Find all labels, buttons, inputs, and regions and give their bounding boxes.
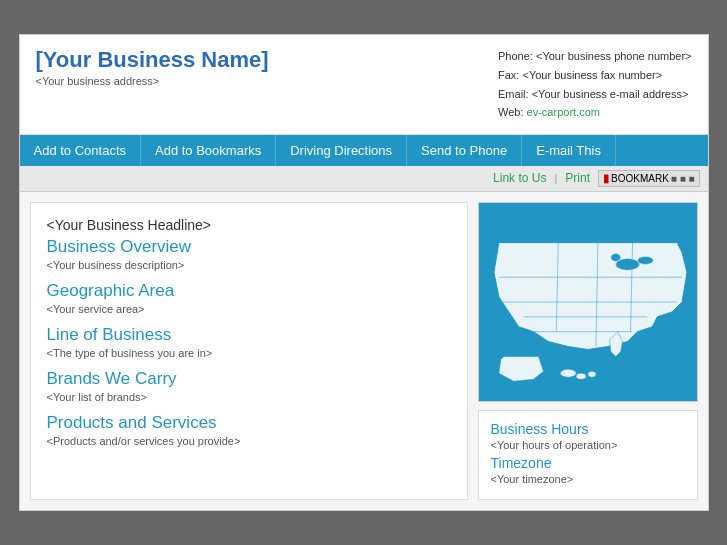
business-headline: <Your Business Headline> — [47, 217, 451, 233]
section-title-geo: Geographic Area — [47, 281, 451, 301]
bookmark-label: BOOKMARK — [611, 173, 669, 184]
bookmark-icons: ■ ■ ■ — [671, 173, 695, 184]
us-map — [478, 202, 698, 402]
business-hours-title: Business Hours — [491, 421, 685, 437]
business-address: <Your business address> — [36, 75, 269, 87]
section-desc-products: <Products and/or services you provide> — [47, 435, 451, 447]
link-to-us[interactable]: Link to Us — [493, 171, 546, 185]
section-title-products: Products and Services — [47, 413, 451, 433]
svg-point-13 — [610, 253, 620, 261]
fax-line: Fax: <Your business fax number> — [498, 66, 691, 85]
util-separator: | — [554, 172, 557, 184]
email-line: Email: <Your business e-mail address> — [498, 85, 691, 104]
svg-point-8 — [560, 369, 576, 377]
svg-point-10 — [588, 371, 596, 377]
main-content: <Your Business Headline> Business Overvi… — [20, 192, 708, 510]
section-desc-overview: <Your business description> — [47, 259, 451, 271]
svg-point-12 — [637, 256, 653, 264]
section-desc-brands: <Your list of brands> — [47, 391, 451, 403]
section-title-brands: Brands We Carry — [47, 369, 451, 389]
nav-driving-directions[interactable]: Driving Directions — [276, 135, 407, 166]
header-left: [Your Business Name] <Your business addr… — [36, 47, 269, 87]
business-hours-box: Business Hours <Your hours of operation>… — [478, 410, 698, 500]
business-name: [Your Business Name] — [36, 47, 269, 73]
print-link[interactable]: Print — [565, 171, 590, 185]
section-desc-lob: <The type of business you are in> — [47, 347, 451, 359]
map-svg — [479, 203, 697, 401]
nav-add-bookmarks[interactable]: Add to Bookmarks — [141, 135, 276, 166]
section-title-lob: Line of Business — [47, 325, 451, 345]
bookmark-button[interactable]: ▮ BOOKMARK ■ ■ ■ — [598, 170, 699, 187]
timezone-desc: <Your timezone> — [491, 473, 685, 485]
nav-send-to-phone[interactable]: Send to Phone — [407, 135, 522, 166]
header-right: Phone: <Your business phone number> Fax:… — [498, 47, 691, 122]
content-left: <Your Business Headline> Business Overvi… — [30, 202, 468, 500]
timezone-title: Timezone — [491, 455, 685, 471]
nav-email-this[interactable]: E-mail This — [522, 135, 616, 166]
web-line: Web: ev-carport.com — [498, 103, 691, 122]
section-desc-geo: <Your service area> — [47, 303, 451, 315]
business-hours-desc: <Your hours of operation> — [491, 439, 685, 451]
bookmark-icon: ▮ — [603, 172, 609, 185]
header: [Your Business Name] <Your business addr… — [20, 35, 708, 135]
web-label: Web: — [498, 106, 523, 118]
web-link[interactable]: ev-carport.com — [527, 106, 600, 118]
nav-add-contacts[interactable]: Add to Contacts — [20, 135, 142, 166]
content-right: Business Hours <Your hours of operation>… — [478, 202, 698, 500]
svg-point-9 — [576, 373, 586, 379]
page-wrapper: [Your Business Name] <Your business addr… — [19, 34, 709, 511]
navbar: Add to Contacts Add to Bookmarks Driving… — [20, 135, 708, 166]
section-title-overview: Business Overview — [47, 237, 451, 257]
utility-bar: Link to Us | Print ▮ BOOKMARK ■ ■ ■ — [20, 166, 708, 192]
phone-line: Phone: <Your business phone number> — [498, 47, 691, 66]
